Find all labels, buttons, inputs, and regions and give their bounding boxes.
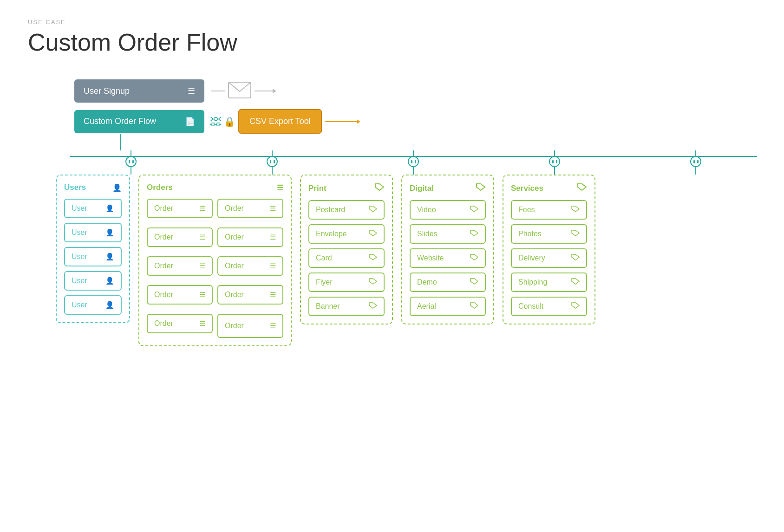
users-column: Users 👤 User 👤 User 👤 User 👤 User — [56, 175, 130, 346]
demo-item: Demo — [410, 272, 486, 292]
print-plug — [408, 150, 419, 175]
services-box: Services Fees Photos — [503, 175, 595, 324]
digital-header: Digital — [410, 183, 486, 194]
user-icon-2: 👤 — [105, 228, 114, 237]
print-header-label: Print — [308, 184, 327, 193]
digital-column: Digital Video Slides — [401, 175, 494, 346]
user-item-3: User 👤 — [64, 247, 122, 266]
flyer-icon — [369, 278, 377, 286]
banner-icon — [369, 302, 377, 311]
orders-plug — [267, 150, 278, 175]
order-icon-9: ☰ — [199, 319, 205, 328]
shipping-item: Shipping — [511, 272, 587, 292]
envelope-item: Envelope — [308, 224, 385, 244]
user-item-2: User 👤 — [64, 223, 122, 242]
postcard-icon — [369, 206, 377, 214]
services-column: Services Fees Photos — [503, 175, 595, 346]
card-icon — [369, 254, 377, 262]
shipping-icon — [571, 278, 580, 286]
order-item-4: Order☰ — [217, 227, 283, 247]
user-signup-box: User Signup ☰ — [74, 79, 204, 103]
use-case-label: USE CASE — [28, 19, 756, 26]
consult-item: Consult — [511, 297, 587, 316]
orders-header-label: Orders — [147, 183, 173, 192]
user-icon-1: 👤 — [105, 204, 114, 213]
page-title: Custom Order Flow — [28, 28, 756, 56]
print-box: Print Postcard Envelope — [300, 175, 393, 324]
envelope-shape — [228, 81, 252, 101]
users-plug — [125, 150, 137, 175]
users-box: Users 👤 User 👤 User 👤 User 👤 User — [56, 175, 130, 323]
services-header-icon — [577, 183, 587, 194]
lock-icon: 🔒 — [224, 116, 235, 127]
chain-icon: ⛓ — [208, 116, 222, 128]
digital-plug — [549, 150, 560, 175]
user-icon-5: 👤 — [105, 301, 114, 309]
user-item-1: User 👤 — [64, 199, 122, 218]
order-icon-7: ☰ — [199, 291, 205, 299]
user-item-5: User 👤 — [64, 295, 122, 315]
digital-header-label: Digital — [410, 184, 434, 193]
postcard-item: Postcard — [308, 200, 385, 220]
photos-icon — [571, 230, 580, 238]
order-icon-6: ☰ — [270, 262, 276, 270]
order-item-7: Order☰ — [147, 285, 213, 305]
order-item-3: Order☰ — [147, 227, 213, 247]
page: USE CASE Custom Order Flow User Signup ☰ — [0, 0, 784, 365]
website-icon — [470, 254, 478, 262]
order-icon-2: ☰ — [270, 204, 276, 213]
custom-order-icon: 📄 — [185, 117, 195, 127]
order-item-10: Order☰ — [217, 314, 283, 338]
order-icon-5: ☰ — [199, 262, 205, 270]
csv-label: CSV Export Tool — [249, 117, 311, 126]
services-header-label: Services — [511, 184, 543, 193]
services-header: Services — [511, 183, 587, 194]
order-item-8: Order☰ — [217, 285, 283, 305]
video-item: Video — [410, 200, 486, 220]
website-item: Website — [410, 248, 486, 268]
slides-icon — [470, 230, 478, 238]
custom-order-flow-box: Custom Order Flow 📄 — [74, 110, 204, 133]
user-icon-3: 👤 — [105, 253, 114, 261]
print-column: Print Postcard Envelope — [300, 175, 393, 346]
users-header-icon: 👤 — [112, 183, 122, 192]
orders-column: Orders ☰ Order☰ Order☰ Order☰ Order☰ Ord… — [138, 175, 292, 346]
order-icon-1: ☰ — [199, 204, 205, 213]
aerial-icon — [470, 302, 478, 311]
fees-item: Fees — [511, 200, 587, 220]
user-item-4: User 👤 — [64, 271, 122, 291]
order-icon-10: ☰ — [270, 322, 276, 330]
envelope-icon — [369, 230, 377, 238]
order-icon-8: ☰ — [270, 291, 276, 299]
delivery-icon — [571, 254, 580, 262]
order-item-5: Order☰ — [147, 256, 213, 276]
csv-export-box: CSV Export Tool — [238, 109, 322, 134]
order-icon-4: ☰ — [270, 233, 276, 241]
orders-header: Orders ☰ — [147, 183, 283, 192]
orders-grid: Order☰ Order☰ Order☰ Order☰ Order☰ Order… — [147, 199, 283, 338]
flyer-item: Flyer — [308, 272, 385, 292]
user-signup-label: User Signup — [84, 86, 130, 96]
aerial-item: Aerial — [410, 297, 486, 316]
order-icon-3: ☰ — [199, 233, 205, 241]
demo-icon — [470, 278, 478, 286]
card-item: Card — [308, 248, 385, 268]
user-icon-4: 👤 — [105, 277, 114, 285]
users-header: Users 👤 — [64, 183, 122, 192]
digital-box: Digital Video Slides — [401, 175, 494, 324]
order-item-6: Order☰ — [217, 256, 283, 276]
banner-item: Banner — [308, 297, 385, 316]
photos-item: Photos — [511, 224, 587, 244]
custom-order-label: Custom Order Flow — [84, 117, 156, 126]
video-icon — [470, 206, 478, 214]
delivery-item: Delivery — [511, 248, 587, 268]
order-item-2: Order☰ — [217, 199, 283, 218]
print-header: Print — [308, 183, 385, 194]
orders-box: Orders ☰ Order☰ Order☰ Order☰ Order☰ Ord… — [138, 175, 292, 346]
fees-icon — [571, 206, 580, 214]
consult-icon — [571, 302, 580, 311]
slides-item: Slides — [410, 224, 486, 244]
users-header-label: Users — [64, 183, 86, 192]
order-item-1: Order☰ — [147, 199, 213, 218]
signup-icon: ☰ — [188, 86, 195, 96]
